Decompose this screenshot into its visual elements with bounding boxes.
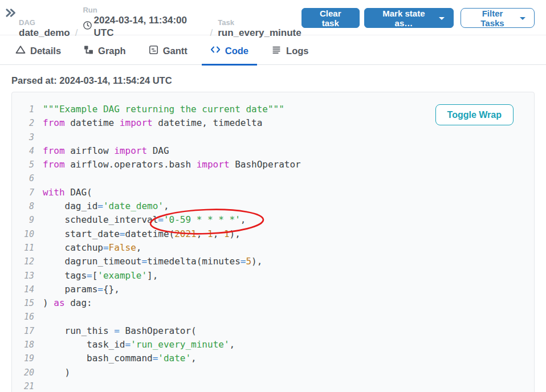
line-content: from airflow.operators.bash import BashO… (43, 158, 301, 172)
caret-down-icon (520, 17, 525, 20)
logs-icon (271, 45, 282, 57)
line-content: catchup=False, (43, 241, 141, 255)
code-line: 11 catchup=False, (20, 241, 534, 255)
filter-tasks-button[interactable]: Filter Tasks (461, 8, 535, 28)
gantt-icon (149, 45, 158, 57)
caret-down-icon (439, 17, 445, 20)
line-number: 15 (20, 296, 43, 310)
triangle-icon (15, 44, 26, 57)
line-content: task_id='run_every_minute', (43, 338, 235, 352)
tab-gantt-label: Gantt (163, 46, 188, 56)
line-content: from airflow import DAG (43, 144, 169, 158)
tab-bar: Details Graph Gantt Code Logs (0, 35, 546, 65)
line-number: 14 (20, 283, 43, 296)
line-number: 2 (20, 116, 43, 130)
filter-tasks-label: Filter Tasks (470, 9, 515, 28)
line-content: params={}, (43, 283, 120, 296)
tab-code[interactable]: Code (202, 44, 257, 64)
run-timestamp-text: 2024-03-14, 11:34:00 UTC (93, 14, 205, 39)
code-line: 5from airflow.operators.bash import Bash… (20, 158, 534, 172)
code-line: 3 (20, 130, 534, 144)
line-number: 12 (20, 255, 43, 268)
task-name[interactable]: run_every_minute (218, 27, 301, 39)
breadcrumb-separator: / (75, 27, 78, 39)
line-content: with DAG( (43, 186, 92, 199)
line-number: 5 (20, 158, 43, 172)
line-number: 16 (20, 310, 43, 324)
mark-state-as-button[interactable]: Mark state as… (364, 8, 454, 28)
code-line: 10 start_date=datetime(2021, 1, 1), (20, 227, 534, 241)
code-lines: 1"""Example DAG returning the current da… (20, 103, 534, 392)
line-number: 13 (20, 269, 43, 283)
code-line: 4from airflow import DAG (20, 144, 534, 158)
header-actions: Clear task Mark state as… Filter Tasks (301, 8, 535, 28)
line-content: from datetime import datetime, timedelta (43, 116, 262, 130)
line-content: ) as dag: (43, 296, 92, 310)
task-label: Task (218, 18, 301, 27)
line-number: 17 (20, 324, 43, 338)
line-content: schedule_interval='0-59 * * * *', (43, 213, 246, 227)
line-number: 19 (20, 352, 43, 365)
run-timestamp[interactable]: 2024-03-14, 11:34:00 UTC (83, 14, 205, 39)
code-icon (210, 45, 221, 56)
tab-details-label: Details (30, 46, 61, 56)
code-line: 21 (20, 379, 534, 392)
line-content: start_date=datetime(2021, 1, 1), (43, 227, 241, 241)
line-number: 11 (20, 241, 43, 255)
toggle-wrap-button[interactable]: Toggle Wrap (435, 104, 514, 125)
graph-icon (84, 45, 93, 57)
dag-code-panel: 1"""Example DAG returning the current da… (11, 92, 535, 392)
code-line: 20 ) (20, 366, 534, 379)
line-number: 1 (20, 103, 43, 116)
breadcrumb-run[interactable]: Run 2024-03-14, 11:34:00 UTC (83, 6, 205, 39)
tab-graph[interactable]: Graph (75, 44, 135, 64)
clear-task-label: Clear task (311, 9, 351, 28)
line-content: ) (43, 366, 70, 379)
tab-code-label: Code (225, 46, 248, 56)
line-number: 4 (20, 144, 43, 158)
tab-details[interactable]: Details (7, 44, 70, 64)
parsed-at-text: Parsed at: 2024-03-14, 11:54:24 UTC (11, 75, 535, 86)
line-number: 18 (20, 338, 43, 352)
code-line: 14 params={}, (20, 283, 534, 296)
code-line: 12 dagrun_timeout=timedelta(minutes=5), (20, 255, 534, 268)
code-line: 17 run_this = BashOperator( (20, 324, 534, 338)
code-line: 13 tags=['example'], (20, 269, 534, 283)
line-number: 3 (20, 130, 43, 144)
tab-graph-label: Graph (98, 46, 126, 56)
code-line: 16 (20, 310, 534, 324)
breadcrumb-task[interactable]: Task run_every_minute (218, 18, 301, 39)
line-number: 20 (20, 366, 43, 379)
dag-name[interactable]: date_demo (19, 27, 70, 39)
tab-logs-label: Logs (286, 46, 308, 56)
run-label: Run (83, 6, 205, 14)
tab-logs[interactable]: Logs (263, 44, 317, 64)
line-number: 9 (20, 213, 43, 227)
breadcrumb-dag[interactable]: DAG date_demo (19, 18, 70, 39)
line-number: 6 (20, 172, 43, 185)
line-number: 10 (20, 227, 43, 241)
mark-state-as-label: Mark state as… (373, 9, 434, 28)
line-content: tags=['example'], (43, 269, 158, 283)
chevrons-right-icon[interactable] (5, 7, 17, 21)
line-number: 7 (20, 186, 43, 199)
code-line: 19 bash_command='date', (20, 352, 534, 365)
code-line: 9 schedule_interval='0-59 * * * *', (20, 213, 534, 227)
code-line: 18 task_id='run_every_minute', (20, 338, 534, 352)
breadcrumb: DAG date_demo / Run 2024-03-14, 11:34:00… (19, 6, 301, 39)
code-line: 8 dag_id='date_demo', (20, 199, 534, 213)
line-content: """Example DAG returning the current dat… (43, 103, 284, 116)
line-content: bash_command='date', (43, 352, 197, 365)
line-number: 8 (20, 199, 43, 213)
line-content: dag_id='date_demo', (43, 199, 169, 213)
clock-icon (83, 21, 92, 34)
tab-gantt[interactable]: Gantt (140, 44, 196, 64)
dag-label: DAG (19, 18, 70, 27)
task-instance-header: DAG date_demo / Run 2024-03-14, 11:34:00… (0, 0, 546, 35)
breadcrumb-separator: / (210, 27, 213, 39)
clear-task-button[interactable]: Clear task (301, 8, 360, 28)
line-content: run_this = BashOperator( (43, 324, 197, 338)
code-line: 15) as dag: (20, 296, 534, 310)
line-number: 21 (20, 379, 43, 392)
line-content: dagrun_timeout=timedelta(minutes=5), (43, 255, 262, 268)
